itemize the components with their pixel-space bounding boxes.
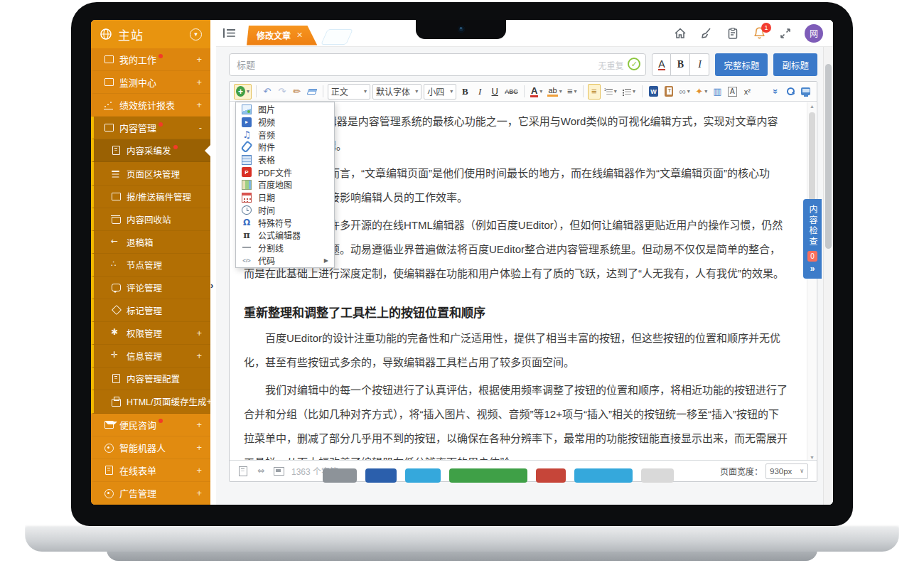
sidebar-item-信息管理[interactable]: 信息管理+	[91, 345, 210, 368]
columns-button[interactable]: ▥	[711, 84, 724, 100]
superscript-button[interactable]: x²	[741, 84, 753, 100]
align-button[interactable]: ≡▾	[566, 84, 579, 100]
undo-icon[interactable]: ↶	[261, 84, 274, 100]
sidebar-item-内容管理配置[interactable]: 内容管理配置	[91, 368, 210, 390]
sidebar-item-HTML/页面缓存生成[interactable]: HTML/页面缓存生成+	[91, 390, 210, 413]
resize-width-icon[interactable]: ⇔	[256, 466, 266, 476]
element-path-icon[interactable]	[238, 466, 248, 476]
sidebar-header[interactable]: 主站 ▾	[91, 20, 210, 48]
sidebar-item-绩效统计报表[interactable]: 绩效统计报表+	[91, 94, 210, 117]
insert-dropdown-button[interactable]: +▾	[234, 84, 252, 100]
subtitle-button[interactable]: 副标题	[773, 53, 817, 76]
scroll-down-icon[interactable]: ▼	[807, 455, 817, 460]
chevron-down-icon[interactable]: ▾	[190, 28, 202, 41]
fullscreen-arrows-icon[interactable]	[778, 26, 793, 41]
insert-menu-item-特殊符号[interactable]: 特殊符号	[236, 216, 334, 229]
sidebar-item-监测中心[interactable]: 监测中心+	[91, 71, 210, 94]
sidebar-item-在线表单[interactable]: 在线表单+	[91, 459, 210, 482]
link-button[interactable]: ∞▾	[677, 84, 692, 100]
italic-button[interactable]: I	[473, 84, 486, 100]
action-button-2[interactable]	[365, 468, 397, 483]
insert-menu-item-附件[interactable]: 附件	[236, 141, 334, 154]
audit-clipboard-icon[interactable]	[726, 26, 740, 41]
eraser-icon[interactable]	[306, 84, 318, 100]
collapse-menu-icon[interactable]	[223, 28, 235, 38]
title-input[interactable]	[229, 53, 646, 76]
sidebar-item-我的工作[interactable]: 我的工作+	[91, 48, 210, 71]
sidebar-item-退稿箱[interactable]: 退稿箱	[91, 231, 210, 254]
autotypeset-button[interactable]: ✦▾	[694, 84, 709, 100]
indent-button[interactable]: ≡	[588, 84, 601, 100]
title-italic-button[interactable]: I	[690, 53, 709, 76]
ordered-list-button[interactable]: ▾	[603, 84, 619, 100]
sidebar-item-内容采编发[interactable]: 内容采编发	[91, 139, 210, 162]
insert-menu-item-分割线[interactable]: 分割线	[236, 242, 334, 254]
highlight-button[interactable]: ab▾	[546, 84, 563, 100]
page-scrollbar[interactable]	[823, 47, 832, 505]
scroll-up-icon[interactable]: ▲	[807, 104, 817, 109]
insert-menu-item-公式编辑器[interactable]: 公式编辑器	[236, 229, 334, 242]
sidebar-item-智能机器人[interactable]: 智能机器人+	[91, 436, 210, 459]
strikethrough-button[interactable]: ABC	[503, 84, 520, 100]
sidebar-item-评论管理[interactable]: 评论管理	[91, 277, 210, 299]
font-color-button[interactable]: A▾	[529, 84, 544, 100]
sidebar-item-权限管理[interactable]: 权限管理+	[91, 322, 210, 345]
expand-panel-chevron-icon[interactable]: ›	[210, 280, 213, 291]
size-select[interactable]: 小四▾	[424, 84, 456, 100]
title-row: 无重复 ✓ A B I 完整标题 副标题	[229, 53, 817, 77]
action-button-7[interactable]	[641, 468, 674, 483]
fullscreen-button[interactable]	[799, 84, 812, 100]
avatar[interactable]: 网	[805, 24, 823, 43]
action-button-6[interactable]	[574, 468, 633, 483]
bell-icon[interactable]: 1	[752, 26, 766, 41]
insert-menu-item-图片[interactable]: 图片	[236, 103, 334, 116]
action-button-1[interactable]	[323, 468, 357, 483]
format-painter-icon[interactable]: ✏	[291, 84, 303, 100]
sidebar-item-报/推送稿件管理[interactable]: 报/推送稿件管理	[91, 186, 210, 208]
sidebar-item-标记管理[interactable]: 标记管理	[91, 299, 210, 322]
clean-broom-icon[interactable]	[699, 26, 714, 41]
sidebar-item-便民咨询[interactable]: 便民咨询+	[91, 414, 210, 436]
unordered-list-button[interactable]: ▾	[621, 84, 638, 100]
sidebar-item-页面区块管理[interactable]: 页面区块管理	[91, 162, 210, 185]
calendar-icon	[242, 193, 252, 203]
insert-menu-item-视频[interactable]: 视频	[236, 116, 334, 129]
page-width-select[interactable]: 930px ∨	[765, 463, 808, 479]
insert-menu-label: 表格	[258, 154, 275, 166]
expand-plus-icon: +	[196, 54, 202, 65]
home-icon[interactable]	[673, 26, 687, 41]
editor-scrollbar[interactable]: ▲ ▼	[807, 102, 816, 461]
insert-menu-item-代码[interactable]: 代码▶	[236, 254, 334, 267]
font-select[interactable]: 默认字体▾	[372, 84, 421, 100]
insert-menu-item-表格[interactable]: 表格	[236, 154, 334, 166]
char-border-button[interactable]: A	[726, 84, 738, 100]
sidebar-item-广告管理[interactable]: 广告管理+	[91, 482, 210, 505]
action-button-3[interactable]	[405, 468, 441, 483]
close-icon[interactable]: ✕	[296, 31, 303, 40]
paragraph-select[interactable]: 正文▾	[328, 84, 370, 100]
full-title-button[interactable]: 完整标题	[715, 53, 768, 76]
sidebar-item-节点管理[interactable]: 节点管理	[91, 254, 210, 277]
insert-menu-item-日期[interactable]: 日期	[236, 191, 334, 204]
insert-menu-item-时间[interactable]: 时间	[236, 204, 334, 217]
content-check-panel[interactable]: 内容检查 0 »	[803, 199, 822, 279]
underline-button[interactable]: U	[488, 84, 501, 100]
search-preview-button[interactable]	[784, 84, 797, 100]
bold-button[interactable]: B	[458, 84, 471, 100]
page-scroll-thumb[interactable]	[825, 64, 832, 249]
action-button-5[interactable]	[536, 468, 566, 483]
insert-menu-item-百度地图[interactable]: 百度地图	[236, 178, 334, 191]
paste-button[interactable]	[662, 84, 675, 100]
more-tools-button[interactable]: »	[769, 84, 782, 100]
action-button-4[interactable]	[449, 468, 527, 483]
screen-toggle-icon[interactable]	[274, 466, 284, 476]
redo-icon[interactable]: ↷	[276, 84, 289, 100]
title-bold-button[interactable]: B	[671, 53, 690, 76]
word-import-button[interactable]: W	[647, 84, 660, 100]
sidebar-item-内容回收站[interactable]: 内容回收站	[91, 208, 210, 231]
insert-menu-item-PDF文件[interactable]: PDF文件	[236, 166, 334, 178]
sidebar-item-内容管理[interactable]: 内容管理-	[91, 117, 210, 139]
tab-edit-article[interactable]: 修改文章 ✕	[247, 26, 317, 45]
insert-menu-item-音频[interactable]: 音频	[236, 128, 334, 141]
title-color-button[interactable]: A	[652, 53, 671, 76]
